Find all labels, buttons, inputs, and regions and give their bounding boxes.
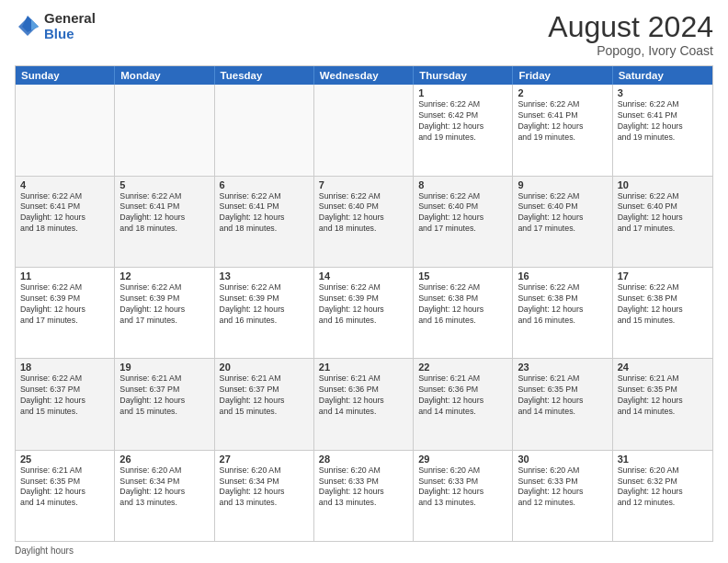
day-info: Sunrise: 6:20 AM Sunset: 6:33 PM Dayligh… — [418, 465, 507, 510]
day-number: 15 — [418, 270, 507, 282]
day-number: 20 — [220, 362, 309, 373]
day-info: Sunrise: 6:22 AM Sunset: 6:41 PM Dayligh… — [518, 99, 607, 144]
cal-cell: 23Sunrise: 6:21 AM Sunset: 6:35 PM Dayli… — [513, 359, 612, 449]
subtitle: Popogo, Ivory Coast — [548, 43, 713, 58]
day-info: Sunrise: 6:20 AM Sunset: 6:32 PM Dayligh… — [618, 465, 708, 510]
cal-week-1: 1Sunrise: 6:22 AM Sunset: 6:42 PM Daylig… — [16, 85, 712, 176]
calendar-header: SundayMondayTuesdayWednesdayThursdayFrid… — [16, 66, 712, 85]
title-block: August 2024 Popogo, Ivory Coast — [548, 11, 713, 58]
day-info: Sunrise: 6:22 AM Sunset: 6:41 PM Dayligh… — [618, 99, 708, 144]
cal-cell: 11Sunrise: 6:22 AM Sunset: 6:39 PM Dayli… — [16, 268, 115, 358]
day-info: Sunrise: 6:20 AM Sunset: 6:34 PM Dayligh… — [119, 465, 209, 510]
cal-header-wednesday: Wednesday — [314, 66, 414, 85]
cal-cell: 20Sunrise: 6:21 AM Sunset: 6:37 PM Dayli… — [215, 359, 314, 449]
cal-cell: 8Sunrise: 6:22 AM Sunset: 6:40 PM Daylig… — [414, 177, 513, 267]
cal-cell: 12Sunrise: 6:22 AM Sunset: 6:39 PM Dayli… — [115, 268, 214, 358]
cal-week-2: 4Sunrise: 6:22 AM Sunset: 6:41 PM Daylig… — [16, 177, 712, 268]
cal-cell: 5Sunrise: 6:22 AM Sunset: 6:41 PM Daylig… — [115, 177, 214, 267]
day-info: Sunrise: 6:21 AM Sunset: 6:37 PM Dayligh… — [220, 373, 309, 418]
day-info: Sunrise: 6:21 AM Sunset: 6:36 PM Dayligh… — [418, 373, 507, 418]
day-number: 7 — [319, 179, 408, 190]
day-info: Sunrise: 6:21 AM Sunset: 6:36 PM Dayligh… — [319, 373, 408, 418]
day-number: 27 — [220, 454, 309, 465]
logo-blue: Blue — [44, 27, 96, 42]
cal-cell: 28Sunrise: 6:20 AM Sunset: 6:33 PM Dayli… — [314, 451, 414, 541]
cal-cell: 1Sunrise: 6:22 AM Sunset: 6:42 PM Daylig… — [414, 85, 513, 175]
calendar-body: 1Sunrise: 6:22 AM Sunset: 6:42 PM Daylig… — [16, 85, 712, 541]
day-info: Sunrise: 6:22 AM Sunset: 6:38 PM Dayligh… — [518, 282, 607, 327]
cal-cell: 31Sunrise: 6:20 AM Sunset: 6:32 PM Dayli… — [613, 451, 712, 541]
day-info: Sunrise: 6:22 AM Sunset: 6:41 PM Dayligh… — [119, 191, 209, 236]
day-number: 11 — [20, 270, 109, 282]
main-title: August 2024 — [548, 11, 713, 43]
day-info: Sunrise: 6:22 AM Sunset: 6:39 PM Dayligh… — [119, 282, 209, 327]
day-number: 21 — [319, 362, 408, 373]
cal-header-friday: Friday — [513, 66, 612, 85]
logo-general: General — [44, 11, 96, 27]
day-info: Sunrise: 6:21 AM Sunset: 6:35 PM Dayligh… — [20, 465, 109, 510]
cal-cell: 25Sunrise: 6:21 AM Sunset: 6:35 PM Dayli… — [16, 451, 115, 541]
day-number: 22 — [418, 362, 507, 373]
day-number: 25 — [20, 454, 109, 465]
cal-cell — [314, 85, 414, 175]
day-number: 12 — [119, 270, 209, 282]
day-number: 13 — [220, 270, 309, 282]
day-info: Sunrise: 6:22 AM Sunset: 6:39 PM Dayligh… — [20, 282, 109, 327]
cal-cell: 18Sunrise: 6:22 AM Sunset: 6:37 PM Dayli… — [16, 359, 115, 449]
cal-cell: 7Sunrise: 6:22 AM Sunset: 6:40 PM Daylig… — [314, 177, 414, 267]
cal-cell: 17Sunrise: 6:22 AM Sunset: 6:38 PM Dayli… — [613, 268, 712, 358]
day-info: Sunrise: 6:22 AM Sunset: 6:42 PM Dayligh… — [418, 99, 507, 144]
day-number: 4 — [20, 179, 109, 190]
day-number: 2 — [518, 87, 607, 98]
cal-cell: 3Sunrise: 6:22 AM Sunset: 6:41 PM Daylig… — [613, 85, 712, 175]
day-number: 28 — [319, 454, 408, 465]
cal-cell: 2Sunrise: 6:22 AM Sunset: 6:41 PM Daylig… — [513, 85, 612, 175]
day-info: Sunrise: 6:21 AM Sunset: 6:35 PM Dayligh… — [518, 373, 607, 418]
cal-week-4: 18Sunrise: 6:22 AM Sunset: 6:37 PM Dayli… — [16, 359, 712, 450]
cal-header-saturday: Saturday — [613, 66, 712, 85]
day-info: Sunrise: 6:21 AM Sunset: 6:35 PM Dayligh… — [618, 373, 708, 418]
day-number: 23 — [518, 362, 607, 373]
logo-text: General Blue — [44, 11, 96, 41]
calendar: SundayMondayTuesdayWednesdayThursdayFrid… — [15, 65, 713, 542]
cal-cell — [215, 85, 314, 175]
day-info: Sunrise: 6:20 AM Sunset: 6:33 PM Dayligh… — [518, 465, 607, 510]
cal-cell — [16, 85, 115, 175]
cal-cell: 13Sunrise: 6:22 AM Sunset: 6:39 PM Dayli… — [215, 268, 314, 358]
day-number: 3 — [618, 87, 708, 98]
cal-cell: 16Sunrise: 6:22 AM Sunset: 6:38 PM Dayli… — [513, 268, 612, 358]
day-number: 26 — [119, 454, 209, 465]
day-info: Sunrise: 6:22 AM Sunset: 6:39 PM Dayligh… — [319, 282, 408, 327]
day-number: 9 — [518, 179, 607, 190]
day-number: 10 — [618, 179, 708, 190]
day-number: 5 — [119, 179, 209, 190]
cal-cell: 14Sunrise: 6:22 AM Sunset: 6:39 PM Dayli… — [314, 268, 414, 358]
day-info: Sunrise: 6:22 AM Sunset: 6:37 PM Dayligh… — [20, 373, 109, 418]
day-info: Sunrise: 6:21 AM Sunset: 6:37 PM Dayligh… — [119, 373, 209, 418]
cal-cell: 22Sunrise: 6:21 AM Sunset: 6:36 PM Dayli… — [414, 359, 513, 449]
day-number: 24 — [618, 362, 708, 373]
day-number: 19 — [119, 362, 209, 373]
day-number: 8 — [418, 179, 507, 190]
day-info: Sunrise: 6:22 AM Sunset: 6:40 PM Dayligh… — [319, 191, 408, 236]
day-number: 30 — [518, 454, 607, 465]
day-info: Sunrise: 6:22 AM Sunset: 6:38 PM Dayligh… — [618, 282, 708, 327]
day-number: 17 — [618, 270, 708, 282]
cal-cell: 4Sunrise: 6:22 AM Sunset: 6:41 PM Daylig… — [16, 177, 115, 267]
cal-week-5: 25Sunrise: 6:21 AM Sunset: 6:35 PM Dayli… — [16, 451, 712, 541]
day-info: Sunrise: 6:22 AM Sunset: 6:40 PM Dayligh… — [618, 191, 708, 236]
day-info: Sunrise: 6:22 AM Sunset: 6:41 PM Dayligh… — [220, 191, 309, 236]
svg-marker-2 — [31, 19, 39, 30]
day-number: 29 — [418, 454, 507, 465]
cal-cell: 9Sunrise: 6:22 AM Sunset: 6:40 PM Daylig… — [513, 177, 612, 267]
cal-header-thursday: Thursday — [414, 66, 513, 85]
day-info: Sunrise: 6:22 AM Sunset: 6:40 PM Dayligh… — [418, 191, 507, 236]
cal-cell: 30Sunrise: 6:20 AM Sunset: 6:33 PM Dayli… — [513, 451, 612, 541]
day-info: Sunrise: 6:22 AM Sunset: 6:39 PM Dayligh… — [220, 282, 309, 327]
day-info: Sunrise: 6:20 AM Sunset: 6:33 PM Dayligh… — [319, 465, 408, 510]
day-number: 6 — [220, 179, 309, 190]
cal-header-sunday: Sunday — [16, 66, 115, 85]
page: General Blue August 2024 Popogo, Ivory C… — [0, 0, 728, 563]
cal-cell: 15Sunrise: 6:22 AM Sunset: 6:38 PM Dayli… — [414, 268, 513, 358]
day-number: 14 — [319, 270, 408, 282]
